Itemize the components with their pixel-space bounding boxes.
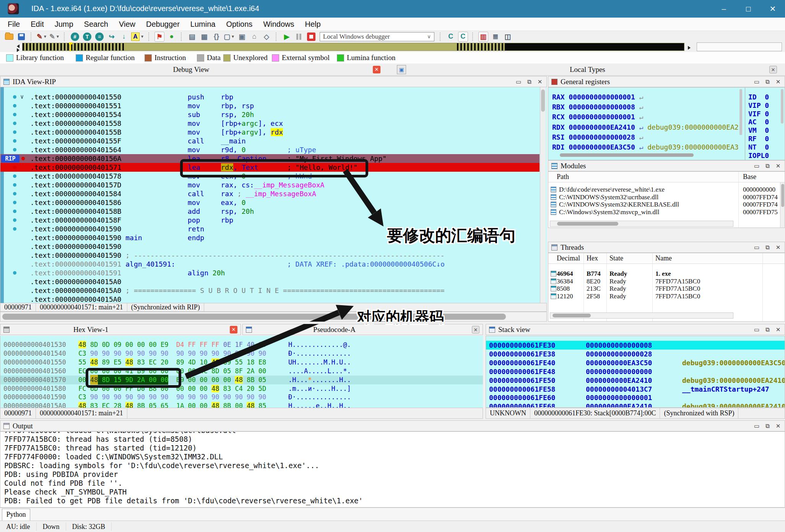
follow-pointer-icon[interactable]: ↵ [635,143,644,151]
pseudocode-close-icon[interactable]: ✕ [472,326,479,334]
instruction-dot-icon[interactable] [13,218,16,222]
close-icon[interactable]: ✕ [775,326,782,333]
stop-process-icon[interactable] [306,32,316,42]
modules-header[interactable]: PathBase [548,172,785,182]
thread-row[interactable]: 8508213CReady7FFD77A15BC0 [548,285,785,293]
instruction-dot-icon[interactable] [13,183,16,187]
menu-lumina[interactable]: Lumina [185,20,221,29]
restore-icon[interactable]: ▭ [753,423,760,430]
edit-pen-gray-icon[interactable]: ✎▼ [49,32,60,42]
pause-process-icon[interactable] [294,32,304,42]
instruction-dot-icon[interactable] [13,95,16,99]
start-process-icon[interactable]: ▶ [282,32,292,42]
stack-row[interactable]: 000000000061FE500000000000EA2410debug039… [486,376,785,385]
stack-view-panel[interactable]: 000000000061FE30000000000000000800000000… [486,336,785,408]
hex-row[interactable]: 0000000000401560EC 00 00 00 41 B9 00 00 … [0,367,483,376]
follow-pointer-icon[interactable]: ↵ [635,123,644,131]
disasm-line[interactable]: .text:0000000000401564 mov r9d, 0 ; uTyp… [0,145,540,154]
disasm-line[interactable]: .text:000000000040155B mov [rbp+argv], r… [0,128,540,137]
general-registers-panel[interactable]: RAX 0000000000000001 ↵RBX 00000000000000… [548,87,785,160]
flag-nt[interactable]: NT 0 [748,143,769,151]
instruction-dot-icon[interactable] [13,271,16,275]
disasm-line[interactable]: .text:00000000004015A0 [0,295,540,303]
modules-horizontal-scrollbar[interactable] [550,221,733,227]
braces-icon[interactable]: {} [211,32,221,42]
hex-stack-splitter[interactable] [483,324,486,419]
stack-row[interactable]: 000000000061FE480000000000000000 [486,367,785,376]
instruction-dot-icon[interactable] [13,130,16,134]
disasm-line[interactable]: ∨.text:0000000000401550 push rbp [0,93,540,101]
debug-view-close-icon[interactable]: ✕ [373,66,380,73]
layout-icon[interactable]: ≣ [491,32,501,42]
process-dot-icon[interactable]: ● [167,32,177,42]
compile-c-box-icon[interactable]: C [458,32,468,42]
attach-icon[interactable]: ▤ [187,32,197,42]
current-line-dot-icon[interactable] [13,166,16,169]
module-row[interactable]: C:\Windows\System32\msvcp_win.dll00007FF… [548,208,785,216]
float-icon[interactable]: ⧉ [764,163,771,169]
instruction-dot-icon[interactable] [13,122,16,125]
hex-row[interactable]: 000000000040155055 48 89 E5 48 83 EC 20 … [0,358,483,367]
disasm-line[interactable]: .text:0000000000401591 align 20h [0,268,540,277]
menu-options[interactable]: Options [221,20,258,29]
instruction-dot-icon[interactable] [13,192,16,195]
menu-debugger[interactable]: Debugger [141,20,185,29]
disasm-line[interactable]: .text:000000000040155F call __main [0,137,540,145]
hex-view-close-icon[interactable]: ✕ [230,326,237,334]
memory-icon[interactable]: ▦ [199,32,209,42]
disasm-line[interactable]: .text:0000000000401584 call rax ; __imp_… [0,189,540,198]
disasm-line[interactable]: .text:0000000000401551 mov rbp, rsp [0,101,540,110]
menu-search[interactable]: Search [79,20,114,29]
flag-ac[interactable]: AC 0 [748,118,769,126]
modules-panel[interactable]: PathBaseD:\fdu\code\reverse\rverese_whit… [548,171,785,228]
follow-pointer-icon[interactable]: ↵ [635,133,644,141]
collapse-chevron-icon[interactable]: ∨ [20,93,24,101]
disasm-line[interactable]: .text:00000000004015A0 ; ===============… [0,286,540,295]
navband-left-arrow-icon[interactable] [17,44,20,48]
hex-row[interactable]: 00000000004015A048 83 EC 28 48 8B 05 65 … [0,402,483,408]
rip-dot-icon[interactable] [21,157,25,160]
vertical-splitter[interactable] [547,76,548,322]
hex-row[interactable]: 0000000000401540C3 90 90 90 90 90 90 90 … [0,349,483,358]
instruction-dot-icon[interactable] [13,201,16,204]
misc-icon[interactable]: ◫ [503,32,513,42]
module-row[interactable]: C:\WINDOWS\System32\ucrtbase.dll00007FFD… [548,194,785,201]
edit-pen-icon[interactable]: ✎▼ [37,32,47,42]
module-row[interactable]: D:\fdu\code\reverse\rverese_white\1.exe0… [548,186,785,194]
disasm-line[interactable]: .text:0000000000401571 lea rdx, Text ; "… [0,163,540,172]
float-icon[interactable]: ⧉ [764,326,771,333]
thread-row[interactable]: 363848E20Ready7FFD77A15BC0 [548,278,785,285]
tab-local-types[interactable]: Local Types [570,65,605,74]
disasm-line[interactable]: RIP.text:000000000040156A lea r8, Captio… [0,154,540,163]
close-icon[interactable]: ✕ [775,423,782,430]
instruction-dot-icon[interactable] [13,104,16,107]
register-rsi[interactable]: RSI 0000000000000028 ↵ [552,133,643,141]
highlight-a-icon[interactable]: A▼ [131,32,144,42]
thread-row[interactable]: 46964B774Ready1. exe [548,270,785,278]
threads-horizontal-scrollbar[interactable] [550,312,733,319]
thread-row[interactable]: 121202F58Ready7FFD77A15BC0 [548,293,785,300]
float-icon[interactable]: ⧉ [764,78,771,85]
disasm-vertical-scrollbar[interactable] [540,87,546,303]
stack-row[interactable]: 000000000061FE600000000000000001 [486,393,785,402]
instruction-dot-icon[interactable] [13,227,16,231]
instruction-dot-icon[interactable] [13,113,16,116]
register-rdi[interactable]: RDI 0000000000EA3C50 ↵ debug039:00000000… [552,143,739,151]
restore-icon[interactable]: ▭ [515,78,522,85]
menu-help[interactable]: Help [300,20,326,29]
register-rcx[interactable]: RCX 0000000000000001 ↵ [552,113,643,121]
menu-edit[interactable]: Edit [25,20,49,29]
save-file-icon[interactable] [16,32,26,42]
restore-icon[interactable]: ▭ [753,326,760,333]
open-file-icon[interactable] [4,32,14,42]
instruction-dot-icon[interactable] [13,139,16,143]
navband-right-arrow-icon[interactable] [17,48,20,52]
diamond-icon[interactable]: ◇ [262,32,271,42]
float-icon[interactable]: ⧉ [764,423,771,430]
hex-view-panel[interactable]: 000000000040153048 8D 0D 09 00 00 00 E9 … [0,336,483,408]
flag-rf[interactable]: RF 0 [748,135,769,143]
minimize-button[interactable]: – [712,0,736,18]
restore-icon[interactable]: ▭ [753,244,760,251]
tab-debug-view[interactable]: Debug View [173,65,209,74]
segments-icon[interactable]: ▣ [237,32,247,42]
